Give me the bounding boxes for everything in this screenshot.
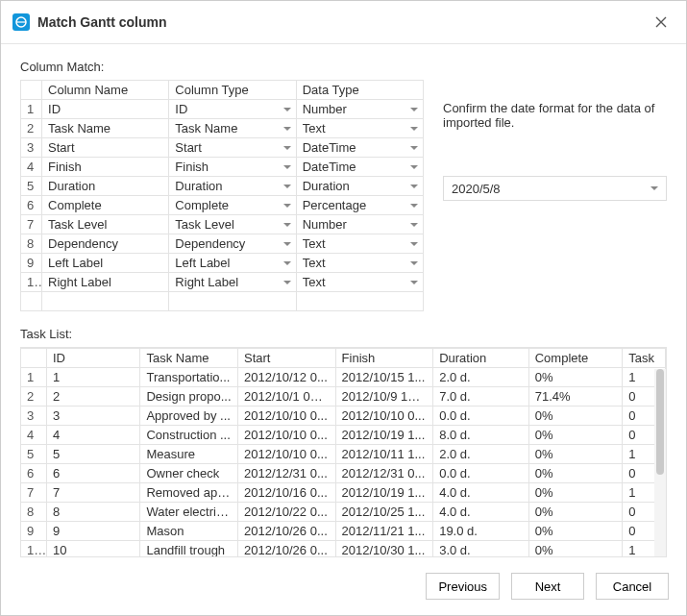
column-match-row[interactable]: 6CompleteCompletePercentage [21, 196, 424, 215]
header-column-type[interactable]: Column Type [169, 81, 296, 100]
cell-column-type-dropdown[interactable]: Complete [169, 196, 296, 215]
task-header-name[interactable]: Task Name [140, 349, 238, 368]
cell-id: 9 [46, 522, 140, 541]
cell-data-type-dropdown[interactable]: Text [296, 119, 423, 138]
dialog-match-gantt-column: Match Gantt column Column Match: [0, 0, 687, 616]
task-header-duration[interactable]: Duration [433, 349, 529, 368]
task-row[interactable]: 55Measure2012/10/10 0...2012/10/11 1...2… [21, 445, 666, 464]
cell-column-name[interactable]: Duration [42, 177, 169, 196]
cell-column-type-dropdown[interactable]: ID [169, 100, 296, 119]
task-row[interactable]: 1010Landfill trough2012/10/26 0...2012/1… [21, 541, 666, 558]
row-number: 8 [21, 234, 42, 254]
cell-data-type-dropdown[interactable]: DateTime [296, 138, 423, 158]
cell-data-type-dropdown[interactable]: DateTime [296, 158, 423, 177]
cell-id: 2 [46, 387, 140, 407]
task-row[interactable]: 44Construction ...2012/10/10 0...2012/10… [21, 426, 666, 445]
cell-data-type-dropdown[interactable]: Number [296, 100, 423, 119]
previous-button[interactable]: Previous [426, 573, 500, 600]
header-column-name[interactable]: Column Name [42, 81, 169, 100]
next-button[interactable]: Next [511, 573, 584, 600]
chevron-down-icon [650, 186, 658, 190]
cell-data-type-dropdown[interactable]: Text [296, 234, 423, 254]
cell-task-name: Approved by ... [140, 407, 238, 426]
cell-column-name[interactable]: ID [42, 100, 169, 119]
cell-column-name[interactable]: Task Level [42, 215, 169, 234]
cell-duration: 2.0 d. [433, 368, 529, 387]
column-match-table: Column Name Column Type Data Type 1IDIDN… [20, 80, 424, 311]
cell-data-type-dropdown[interactable]: Percentage [296, 196, 423, 215]
task-row[interactable]: 11Transportatio...2012/10/12 0...2012/10… [21, 368, 666, 387]
column-match-row[interactable]: 4FinishFinishDateTime [21, 158, 424, 177]
column-match-row[interactable]: 10Right LabelRight LabelText [21, 273, 424, 292]
column-match-label: Column Match: [20, 60, 667, 74]
cell-column-name[interactable]: Right Label [42, 273, 169, 292]
cell-finish: 2012/11/21 1... [335, 522, 433, 541]
cell-start: 2012/12/31 0... [238, 464, 336, 483]
cell-complete: 0% [528, 445, 623, 464]
cancel-button[interactable]: Cancel [596, 573, 669, 600]
column-match-row[interactable]: 1IDIDNumber [21, 100, 424, 119]
cell-column-name[interactable]: Complete [42, 196, 169, 215]
cell-column-name[interactable]: Left Label [42, 254, 169, 273]
chevron-down-icon [410, 108, 418, 111]
cell-column-type-dropdown[interactable]: Right Label [169, 273, 296, 292]
row-number: 4 [21, 158, 42, 177]
cell-finish: 2012/10/30 1... [335, 541, 433, 558]
cell-column-type-dropdown[interactable]: Left Label [169, 254, 296, 273]
task-header-complete[interactable]: Complete [528, 349, 623, 368]
row-number: 7 [21, 483, 46, 503]
cell-task-name: Mason [140, 522, 238, 541]
task-header-id[interactable]: ID [46, 349, 140, 368]
task-row[interactable]: 22Design propo...2012/10/1 08:...2012/10… [21, 387, 666, 407]
column-match-row[interactable]: 3StartStartDateTime [21, 138, 424, 158]
cell-data-type-dropdown[interactable]: Duration [296, 177, 423, 196]
row-number: 3 [21, 407, 46, 426]
task-row[interactable]: 66Owner check2012/12/31 0...2012/12/31 0… [21, 464, 666, 483]
cell-column-name[interactable]: Start [42, 138, 169, 158]
cell-column-name[interactable]: Finish [42, 158, 169, 177]
cell-task-name: Water electric... [140, 503, 238, 522]
task-header-start[interactable]: Start [238, 349, 336, 368]
column-match-row[interactable]: 8DependencyDependencyText [21, 234, 424, 254]
dialog-footer: Previous Next Cancel [1, 561, 686, 615]
column-match-row[interactable]: 2Task NameTask NameText [21, 119, 424, 138]
cell-start: 2012/10/12 0... [238, 368, 336, 387]
column-match-header-row: Column Name Column Type Data Type [21, 81, 424, 100]
cell-column-type-dropdown[interactable]: Duration [169, 177, 296, 196]
header-data-type[interactable]: Data Type [296, 81, 423, 100]
app-icon [12, 13, 30, 31]
cell-data-type-dropdown[interactable]: Number [296, 215, 423, 234]
cell-data-type-dropdown[interactable]: Text [296, 273, 423, 292]
task-list-scrollbar[interactable] [654, 369, 666, 556]
cell-complete: 0% [528, 464, 623, 483]
cell-id: 5 [46, 445, 140, 464]
row-number: 10 [21, 541, 46, 558]
cell-start: 2012/10/26 0... [238, 522, 336, 541]
cell-id: 3 [46, 407, 140, 426]
task-row[interactable]: 88Water electric...2012/10/22 0...2012/1… [21, 503, 666, 522]
column-match-row[interactable]: 7Task LevelTask LevelNumber [21, 215, 424, 234]
cell-column-type-dropdown[interactable]: Finish [169, 158, 296, 177]
row-number: 3 [21, 138, 42, 158]
task-row[interactable]: 33Approved by ...2012/10/10 0...2012/10/… [21, 407, 666, 426]
column-match-row[interactable]: 5DurationDurationDuration [21, 177, 424, 196]
column-match-row[interactable]: 9Left LabelLeft LabelText [21, 254, 424, 273]
cell-column-type-dropdown[interactable]: Task Level [169, 215, 296, 234]
upper-panel: Column Name Column Type Data Type 1IDIDN… [20, 80, 667, 311]
cell-column-type-dropdown[interactable]: Dependency [169, 234, 296, 254]
cell-data-type-dropdown[interactable]: Text [296, 254, 423, 273]
task-header-finish[interactable]: Finish [335, 349, 433, 368]
dialog-content: Column Match: Column Name Column Type [1, 44, 686, 561]
cell-column-name[interactable]: Task Name [42, 119, 169, 138]
date-format-dropdown[interactable]: 2020/5/8 [443, 176, 667, 201]
task-list-scrollbar-thumb[interactable] [656, 369, 664, 475]
row-number: 9 [21, 254, 42, 273]
task-row[interactable]: 99Mason2012/10/26 0...2012/11/21 1...19.… [21, 522, 666, 541]
task-row[interactable]: 77Removed app...2012/10/16 0...2012/10/1… [21, 483, 666, 503]
cell-column-type-dropdown[interactable]: Task Name [169, 119, 296, 138]
cell-finish: 2012/10/10 0... [335, 407, 433, 426]
cell-column-type-dropdown[interactable]: Start [169, 138, 296, 158]
cell-column-name[interactable]: Dependency [42, 234, 169, 254]
close-button[interactable] [650, 11, 673, 34]
task-header-task[interactable]: Task [623, 349, 666, 368]
